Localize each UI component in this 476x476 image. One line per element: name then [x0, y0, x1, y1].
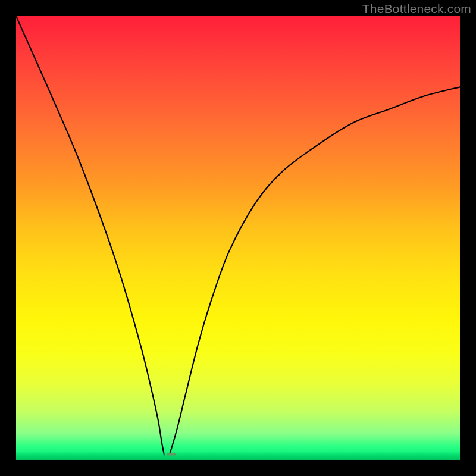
plot-area — [16, 16, 460, 460]
bottleneck-curve — [16, 16, 460, 460]
optimum-marker — [167, 453, 176, 459]
attribution-text: TheBottleneck.com — [362, 2, 471, 16]
chart-frame: TheBottleneck.com — [0, 0, 476, 476]
curve-layer — [16, 16, 460, 460]
